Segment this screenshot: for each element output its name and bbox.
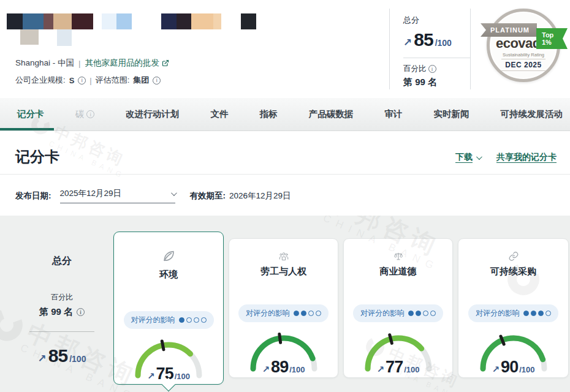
industry-link[interactable]: 其他家庭用品的批发	[85, 58, 170, 69]
theme-score-card[interactable]: 商业道德 对评分的影响 ↗ 77 /100	[343, 238, 453, 378]
impact-label: 对评分的影响	[131, 315, 175, 325]
impact-pill: 对评分的影响	[353, 304, 443, 322]
card-score-denominator: /100	[519, 365, 534, 374]
download-button[interactable]: 下载	[455, 152, 481, 163]
info-icon[interactable]	[77, 308, 85, 316]
impact-dot-empty	[545, 311, 551, 316]
score-gauge: ↗ 89 /100	[244, 330, 324, 377]
impact-dots	[294, 311, 321, 316]
tab-documents[interactable]: 文件	[210, 108, 228, 120]
page-title: 记分卡	[15, 147, 59, 167]
impact-dot-empty	[316, 311, 321, 316]
logo-block	[7, 13, 23, 29]
logo-block	[177, 13, 191, 29]
summary-score-value: 85	[48, 345, 67, 366]
info-icon	[86, 110, 94, 118]
impact-dot-empty	[308, 311, 314, 316]
percentile-label: 百分比	[403, 64, 427, 74]
size-label: 公司企业规模:	[15, 75, 66, 86]
active-tab-underline	[0, 128, 54, 130]
impact-pill: 对评分的影响	[124, 311, 214, 329]
impact-dot-filled	[294, 311, 299, 316]
company-location: Shanghai - 中国	[15, 58, 74, 69]
impact-dot-empty	[194, 317, 199, 323]
publish-date-label: 发布日期:	[15, 190, 51, 202]
tab-carbon[interactable]: 碳	[75, 108, 95, 120]
impact-dot-filled	[408, 311, 414, 316]
valid-until-label: 有效期至:	[190, 190, 226, 202]
tab-metrics[interactable]: 指标	[260, 108, 278, 120]
tab-bar: 记分卡 碳 改进行动计划 文件 指标 产品碳数据 审计 实时新闻 可持续发展活动	[0, 98, 570, 131]
platinum-ribbon: PLATINUM	[481, 23, 537, 37]
theme-score-card[interactable]: 可持续采购 对评分的影响 ↗ 90 /100	[458, 238, 569, 378]
tab-sustainability-activities[interactable]: 可持续发展活动	[501, 108, 563, 120]
impact-pill: 对评分的影响	[468, 304, 558, 322]
trend-up-icon: ↗	[38, 352, 47, 365]
card-title: 环境	[159, 269, 178, 281]
leaf-icon	[159, 248, 178, 265]
trend-up-icon: ↗	[492, 364, 500, 375]
info-icon[interactable]	[78, 77, 86, 85]
logo-block	[53, 13, 72, 29]
publish-date-select[interactable]: 2025年12月29日	[60, 188, 175, 203]
medal-date: DEC 2025	[501, 59, 545, 71]
card-score-denominator: /100	[175, 372, 190, 381]
info-icon[interactable]	[153, 77, 161, 85]
impact-dot-empty	[201, 317, 207, 323]
summary-title: 总分	[12, 255, 112, 268]
impact-dot-empty	[186, 317, 192, 323]
logo-block	[57, 29, 72, 46]
trend-up-icon: ↗	[403, 36, 412, 49]
impact-pill: 对评分的影响	[238, 304, 329, 322]
share-scorecard-button[interactable]: 共享我的记分卡	[496, 152, 557, 163]
gauge-tick	[279, 334, 280, 342]
tab-live-news[interactable]: 实时新闻	[433, 108, 469, 120]
chevron-down-icon	[170, 190, 177, 196]
overall-score-label: 总分	[403, 15, 470, 26]
percentile-rank: 第 99 名	[403, 77, 470, 88]
card-title: 可持续采购	[490, 266, 536, 277]
impact-label: 对评分的影响	[246, 308, 290, 318]
card-score-value: 89	[271, 358, 288, 377]
size-value: S	[69, 76, 75, 85]
card-title: 劳工与人权	[260, 266, 306, 277]
trend-up-icon: ↗	[262, 364, 270, 375]
info-icon[interactable]	[428, 65, 436, 73]
card-score-denominator: /100	[404, 365, 419, 374]
summary-percentile-rank: 第 99 名	[39, 306, 73, 318]
percentile-box: 百分比 第 99 名	[403, 58, 470, 88]
chevron-down-icon	[476, 154, 482, 160]
logo-block	[241, 13, 256, 29]
overall-summary-panel: 总分 百分比 第 99 名 ↗ 85 /100	[12, 216, 112, 366]
scope-value: 集团	[133, 75, 149, 86]
theme-score-card[interactable]: 劳工与人权 对评分的影响 ↗ 89 /100	[229, 238, 338, 378]
impact-dot-filled	[301, 311, 306, 316]
impact-dots	[523, 311, 551, 316]
impact-dot-filled	[531, 311, 536, 316]
tab-audit[interactable]: 审计	[384, 108, 402, 120]
impact-dot-filled	[538, 311, 544, 316]
logo-block	[213, 13, 221, 29]
scorecard-title-row: 记分卡 下载 共享我的记分卡	[0, 131, 570, 175]
card-score-value: 77	[386, 358, 403, 377]
score-gauge: ↗ 90 /100	[474, 330, 553, 377]
impact-dot-filled	[416, 311, 421, 316]
tab-product-carbon-data[interactable]: 产品碳数据	[309, 108, 354, 120]
medal-subtitle: Sustainability Rating	[503, 52, 544, 58]
theme-score-card[interactable]: 环境 对评分的影响 ↗ 75 /100	[113, 232, 224, 385]
scope-label: 评估范围:	[96, 75, 130, 86]
logo-block	[161, 13, 177, 29]
logo-block	[72, 13, 93, 29]
impact-dot-empty	[430, 311, 436, 316]
card-score-denominator: /100	[289, 365, 305, 374]
logo-block	[44, 13, 53, 29]
tab-scorecard[interactable]: 记分卡	[17, 108, 44, 120]
summary-score-denominator: /100	[69, 354, 86, 364]
trend-up-icon: ↗	[147, 371, 155, 382]
people-icon	[275, 251, 293, 262]
date-row: 发布日期: 2025年12月29日 有效期至: 2026年12月29日	[0, 175, 570, 216]
tab-improvement-plan[interactable]: 改进行动计划	[126, 108, 179, 120]
trend-up-icon: ↗	[377, 364, 385, 375]
logo-block	[23, 13, 44, 29]
overall-score-denominator: /100	[435, 38, 452, 48]
